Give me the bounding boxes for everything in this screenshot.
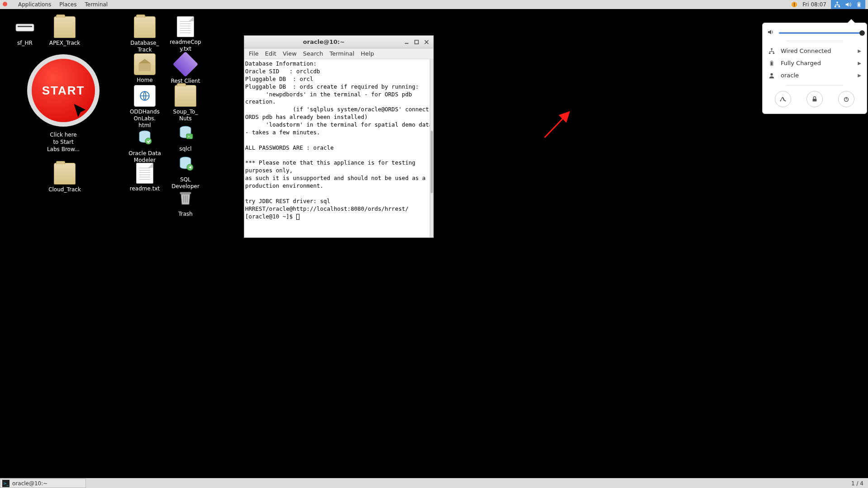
- svg-point-26: [770, 73, 773, 75]
- text-file-icon: [177, 16, 194, 37]
- desktop-icon-readme[interactable]: readme.txt: [124, 163, 165, 192]
- user-label: oracle: [781, 72, 799, 79]
- top-panel: Applications Places Terminal Fri 08:07: [0, 0, 868, 9]
- system-status-area[interactable]: [831, 0, 865, 9]
- menu-help[interactable]: Help: [360, 50, 374, 57]
- power-button[interactable]: [838, 91, 854, 107]
- battery-row[interactable]: Fully Charged ▶: [767, 57, 862, 69]
- system-menu-popover: Wired Connected ▶ Fully Charged ▶ oracle…: [762, 23, 867, 114]
- desktop-icon-label: sf_HR: [5, 40, 45, 47]
- start-button-graphic: START: [27, 54, 100, 127]
- bottom-panel: >_ oracle@10:~ 1 / 4: [0, 478, 868, 488]
- svg-rect-7: [16, 24, 34, 31]
- sqlcl-icon: >_: [175, 122, 196, 144]
- minimize-button[interactable]: [403, 38, 411, 46]
- desktop-icon-data-modeler[interactable]: Oracle Data Modeler: [124, 127, 165, 164]
- user-icon: [768, 72, 775, 79]
- terminal-body[interactable]: Database Information: Oracle SID : orclc…: [244, 59, 433, 237]
- desktop-icon-label: Trash: [165, 211, 206, 218]
- desktop-icon-trash[interactable]: Trash: [165, 187, 206, 218]
- clock[interactable]: Fri 08:07: [802, 1, 826, 8]
- html-file-icon: [134, 85, 156, 107]
- menu-edit[interactable]: Edit: [265, 50, 276, 57]
- svg-rect-8: [18, 26, 32, 27]
- maximize-button[interactable]: [413, 38, 421, 46]
- svg-rect-20: [771, 48, 773, 49]
- network-row[interactable]: Wired Connected ▶: [767, 45, 862, 57]
- scrollbar-thumb[interactable]: [431, 131, 433, 193]
- desktop-icon-database-track[interactable]: Database_ Track: [124, 16, 165, 53]
- terminal-scrollbar[interactable]: [430, 59, 433, 237]
- folder-icon: [54, 16, 76, 38]
- desktop-icon-readme-copy[interactable]: readmeCop y.txt: [165, 16, 206, 52]
- svg-rect-1: [836, 2, 838, 3]
- desktop-icon-rest-client[interactable]: Rest Client: [165, 53, 206, 85]
- menu-terminal[interactable]: Terminal: [329, 50, 354, 57]
- desktop-icon-apex-track[interactable]: APEX_Track: [44, 16, 85, 47]
- desktop-icon-cloud-track[interactable]: Cloud_Track: [44, 163, 85, 193]
- svg-point-11: [145, 138, 152, 144]
- volume-icon: [767, 28, 774, 37]
- svg-rect-19: [415, 40, 418, 44]
- desktop-icon-sql-developer[interactable]: SQL Developer: [165, 153, 206, 190]
- taskbar-item-terminal[interactable]: >_ oracle@10:~: [0, 479, 86, 488]
- desktop-icon-label: Database_ Track: [124, 40, 165, 53]
- database-app-icon: [134, 127, 156, 148]
- desktop-icon-soup-nuts[interactable]: Soup_To_ Nuts: [165, 85, 206, 122]
- desktop-icon-label: Soup_To_ Nuts: [165, 109, 206, 122]
- desktop-icon-sqlcl[interactable]: >_ sqlcl: [165, 122, 206, 152]
- settings-button[interactable]: [775, 91, 791, 107]
- desktop-icon-label: readmeCop y.txt: [165, 39, 206, 52]
- battery-label: Fully Charged: [781, 60, 821, 66]
- svg-rect-17: [180, 192, 191, 194]
- workspace-indicator[interactable]: 1 / 4: [847, 480, 868, 487]
- start-labs-launcher[interactable]: START Click here to Start Labs Brow...: [27, 54, 100, 153]
- svg-rect-29: [813, 99, 817, 101]
- svg-rect-18: [405, 43, 408, 44]
- desktop-icon-label: readme.txt: [124, 185, 165, 192]
- menu-view[interactable]: View: [283, 50, 297, 57]
- battery-icon: [855, 1, 863, 8]
- terminal-cursor: [296, 214, 299, 220]
- close-button[interactable]: [422, 38, 431, 46]
- separator: [786, 85, 843, 85]
- desktop-icon-label: Cloud_Track: [44, 186, 85, 193]
- menu-search[interactable]: Search: [303, 50, 323, 57]
- user-row[interactable]: oracle ▶: [767, 69, 862, 81]
- drive-icon: [14, 16, 36, 38]
- desktop-icon-label: sqlcl: [165, 146, 206, 152]
- menu-terminal[interactable]: Terminal: [85, 1, 108, 8]
- menu-file[interactable]: File: [249, 50, 259, 57]
- volume-slider[interactable]: [779, 30, 862, 36]
- action-buttons-row: [767, 91, 862, 107]
- trash-icon: [175, 187, 196, 209]
- window-title: oracle@10:~: [247, 38, 401, 45]
- network-wired-icon: [768, 48, 775, 54]
- menu-places[interactable]: Places: [59, 1, 76, 8]
- text-file-icon: [136, 163, 153, 184]
- svg-rect-2: [835, 6, 836, 8]
- menu-applications[interactable]: Applications: [18, 1, 51, 8]
- terminal-icon: >_: [2, 480, 9, 487]
- folder-icon: [134, 16, 156, 38]
- update-notifier-icon[interactable]: [791, 1, 798, 8]
- svg-rect-5: [859, 2, 860, 2]
- window-title-bar[interactable]: oracle@10:~: [244, 36, 433, 48]
- desktop-icon-sf-hr[interactable]: sf_HR: [5, 16, 45, 47]
- battery-icon: [768, 60, 775, 66]
- desktop-icon-label: Oracle Data Modeler: [124, 150, 165, 164]
- desktop-icon-label: Home: [124, 77, 165, 84]
- chevron-right-icon: ▶: [858, 61, 861, 66]
- svg-text:>_: >_: [187, 135, 192, 138]
- home-folder-icon: [134, 53, 156, 75]
- desktop-icon-oddhands[interactable]: ODDHands OnLabs. html: [124, 85, 165, 129]
- terminal-window[interactable]: oracle@10:~ File Edit View Search Termin…: [244, 35, 434, 238]
- lock-button[interactable]: [806, 91, 823, 107]
- desktop-icon-home[interactable]: Home: [124, 53, 165, 84]
- volume-icon: [844, 1, 852, 8]
- cursor-icon: [71, 102, 91, 122]
- svg-line-31: [545, 113, 568, 137]
- sql-developer-icon: [175, 153, 196, 175]
- svg-rect-22: [773, 52, 775, 54]
- separator: [786, 41, 843, 41]
